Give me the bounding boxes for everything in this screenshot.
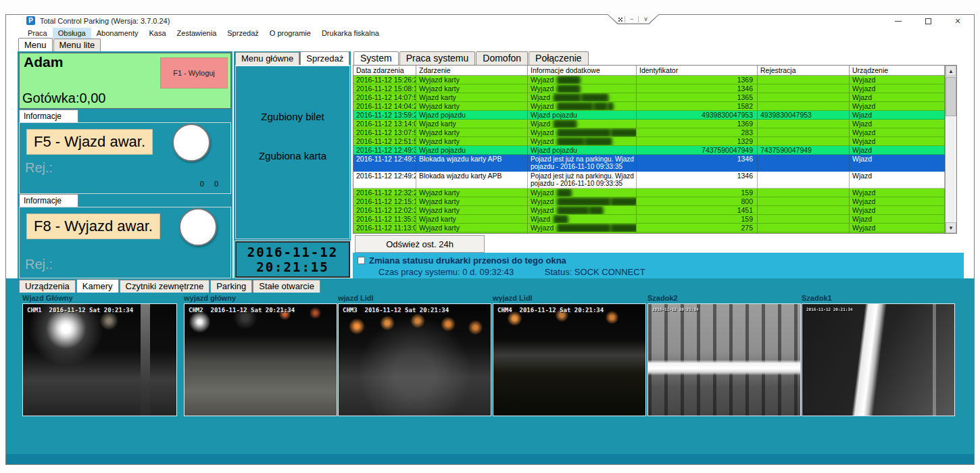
menu-item[interactable]: O programie <box>264 28 316 39</box>
printer-status-checkbox-label[interactable]: Zmiana statusu drukarki przenosi do tego… <box>369 255 566 266</box>
sales-menu-item[interactable]: Zgubiona karta <box>236 150 349 161</box>
refresh-24h-button[interactable]: Odśwież ost. 24h <box>355 235 485 253</box>
tab[interactable]: Kamery <box>76 279 119 293</box>
chevron-down-icon[interactable]: ∨ <box>643 16 648 22</box>
app-icon: P <box>26 16 35 25</box>
table-row[interactable] <box>353 232 945 234</box>
printer-status-checkbox[interactable] <box>358 257 365 264</box>
menu-item[interactable]: Obsługa <box>53 28 91 39</box>
column-header[interactable]: Rejestracja <box>758 66 850 76</box>
entry-panel: F5 - Wjazd awar. Rej.: 0 0 <box>19 122 231 194</box>
table-row[interactable]: 2016-11-12 11:13:09 Wyjazd karty Wyjazd … <box>353 224 945 232</box>
title-bar[interactable]: P Total Control Parking (Wersja: 3.7.0.2… <box>6 15 974 27</box>
table-row[interactable]: 2016-11-12 12:32:24 Wyjazd karty Wyjazd … <box>353 189 945 197</box>
camera-card[interactable]: wjazd Lidl CHM3 2016-11-12 Sat 20:21:34 <box>338 294 491 416</box>
event-registration: 7437590047949 <box>758 146 850 155</box>
camera-video-feed[interactable]: 2016-11-12 20:21:34 <box>802 303 955 416</box>
event-identifier: 1451 <box>637 206 758 215</box>
table-row[interactable]: 2016-11-12 14:07:51 Wjazd karty Wjazd (█… <box>353 93 945 102</box>
table-row[interactable]: 2016-11-12 12:49:23 Blokada wjazdu karty… <box>353 172 945 189</box>
camera-video-feed[interactable]: CHM2 2016-11-12 Sat 20:21:34 <box>184 303 337 416</box>
table-row[interactable]: 2016-11-12 12:51:56 Wyjazd karty Wyjazd … <box>353 137 945 146</box>
column-header[interactable]: Zdarzenie <box>416 66 528 76</box>
table-row[interactable]: 2016-11-12 12:02:32 Wyjazd karty Wyjazd … <box>353 206 945 215</box>
tab[interactable]: Parking <box>210 280 252 293</box>
event-extra-info: Wjazd (██████ ██████) <box>528 93 637 102</box>
tab[interactable]: Domofon <box>476 51 528 65</box>
camera-card[interactable]: wyjazd Lidl CHM4 2016-11-12 Sat 20:21:34 <box>493 294 646 416</box>
camera-osd-timestamp: 2016-11-12 20:21:34 <box>652 307 699 312</box>
event-extra-info: Wjazd pojazdu <box>528 111 637 120</box>
event-device: Wjazd <box>850 215 945 224</box>
camera-card[interactable]: Wjazd Główny CHM1 2016-11-12 Sat 20:21:3… <box>22 294 177 416</box>
table-row[interactable]: 2016-11-12 12:15:14 Wyjazd karty Wyjazd … <box>353 197 945 206</box>
tab[interactable]: Połączenie <box>529 51 589 65</box>
event-device: Wyjazd <box>850 224 945 232</box>
camera-video-feed[interactable]: CHM3 2016-11-12 Sat 20:21:34 <box>338 303 491 416</box>
column-header[interactable]: Data zdarzenia <box>353 66 416 76</box>
table-row[interactable]: 2016-11-12 12:49:34 Wjazd pojazdu Wjazd … <box>353 146 945 155</box>
table-row[interactable]: 2016-11-12 13:14:03 Wjazd karty Wjazd (█… <box>353 120 945 128</box>
minimize-button[interactable] <box>885 15 912 27</box>
camera-card[interactable]: Szadok2 2016-11-12 20:21:34 <box>647 294 801 416</box>
tab[interactable]: Menu lite <box>53 39 101 51</box>
emergency-entry-button[interactable]: F5 - Wjazd awar. <box>26 129 153 155</box>
event-identifier: 275 <box>637 224 758 232</box>
event-device <box>850 232 945 234</box>
event-identifier: 159 <box>637 215 758 224</box>
column-header[interactable]: Identyfikator <box>637 66 758 76</box>
menu-item[interactable]: Praca <box>22 28 53 39</box>
table-row[interactable]: 2016-11-12 13:59:28 Wjazd pojazdu Wjazd … <box>353 111 945 120</box>
restore-button[interactable] <box>914 15 941 27</box>
camera-card[interactable]: Szadok1 2016-11-12 20:21:34 <box>802 294 955 416</box>
column-header[interactable]: Informacje dodatkowe <box>528 66 637 76</box>
tab[interactable]: Stałe otwarcie <box>253 280 320 293</box>
scroll-down-icon[interactable]: ▼ <box>946 222 956 233</box>
table-scrollbar[interactable]: ▲ ▼ <box>945 66 956 233</box>
drag-dots-icon[interactable] <box>618 18 620 19</box>
menu-item[interactable]: Drukarka fiskalna <box>316 28 385 39</box>
entry-counters: 0 0 <box>200 180 222 188</box>
emergency-exit-button[interactable]: F8 - Wyjazd awar. <box>26 214 160 239</box>
close-button[interactable]: × <box>944 15 971 27</box>
event-extra-info: Wjazd (█████) <box>528 120 637 128</box>
camera-video-feed[interactable]: 2016-11-12 20:21:34 <box>647 303 801 416</box>
column-header[interactable]: Urządzenie <box>850 66 945 76</box>
events-table[interactable]: Data zdarzenia Zdarzenie Informacje doda… <box>353 65 957 234</box>
overlay-pulldown-tab[interactable]: − ∨ <box>607 14 660 24</box>
menu-item[interactable]: Zestawienia <box>172 28 222 39</box>
tab[interactable]: Sprzedaż <box>300 51 349 65</box>
table-row[interactable]: 2016-11-12 15:08:19 Wyjazd karty Wyjazd … <box>353 84 945 93</box>
tab[interactable]: Menu główne <box>235 52 299 65</box>
table-row[interactable]: 2016-11-12 14:04:23 Wyjazd karty Wyjazd … <box>353 102 945 111</box>
event-type: Wyjazd karty <box>416 197 528 206</box>
tab[interactable]: System <box>353 51 399 65</box>
camera-video-feed[interactable]: CHM4 2016-11-12 Sat 20:21:34 <box>493 303 646 416</box>
tab[interactable]: Urządzenia <box>19 280 76 293</box>
table-row[interactable]: 2016-11-12 12:49:30 Blokada wjazdu karty… <box>353 155 945 172</box>
scrollbar-thumb[interactable] <box>946 77 956 116</box>
menu-item[interactable]: Kasa <box>144 28 172 39</box>
tab[interactable]: Menu <box>18 38 53 51</box>
menu-item[interactable]: Sprzedaż <box>222 28 264 39</box>
table-row[interactable]: 2016-11-12 13:07:59 Wyjazd karty Wyjazd … <box>353 128 945 137</box>
camera-osd-timestamp: CHM4 2016-11-12 Sat 20:21:34 <box>497 307 604 314</box>
camera-card[interactable]: wyjazd główny CHM2 2016-11-12 Sat 20:21:… <box>184 294 337 416</box>
info-tab-entry[interactable]: Informacje <box>19 109 78 122</box>
table-row[interactable]: 2016-11-12 11:35:33 Wjazd karty Wjazd (█… <box>353 215 945 224</box>
overlay-minimize-icon[interactable]: − <box>630 16 633 22</box>
event-device: Wyjazd <box>850 206 945 215</box>
table-row[interactable]: 2016-11-12 15:26:20 Wyjazd karty Wyjazd … <box>353 76 945 84</box>
info-tab-exit[interactable]: Informacje <box>19 194 78 207</box>
sales-menu-item[interactable]: Zgubiony bilet <box>236 111 349 122</box>
menu-item[interactable]: Abonamenty <box>91 28 144 39</box>
tab[interactable]: Praca systemu <box>399 51 476 65</box>
entry-indicator-lamp[interactable] <box>172 124 210 161</box>
tab[interactable]: Czytniki zewnętrzne <box>120 280 210 293</box>
system-uptime-line: Czas pracy systemu: 0 d. 09:32:43 Status… <box>378 267 645 277</box>
camera-video-feed[interactable]: CHM1 2016-11-12 Sat 20:21:34 <box>22 303 177 416</box>
logout-button[interactable]: F1 - Wyloguj <box>160 57 228 89</box>
exit-indicator-lamp[interactable] <box>179 208 217 246</box>
event-type <box>416 232 528 234</box>
scroll-up-icon[interactable]: ▲ <box>946 66 956 76</box>
